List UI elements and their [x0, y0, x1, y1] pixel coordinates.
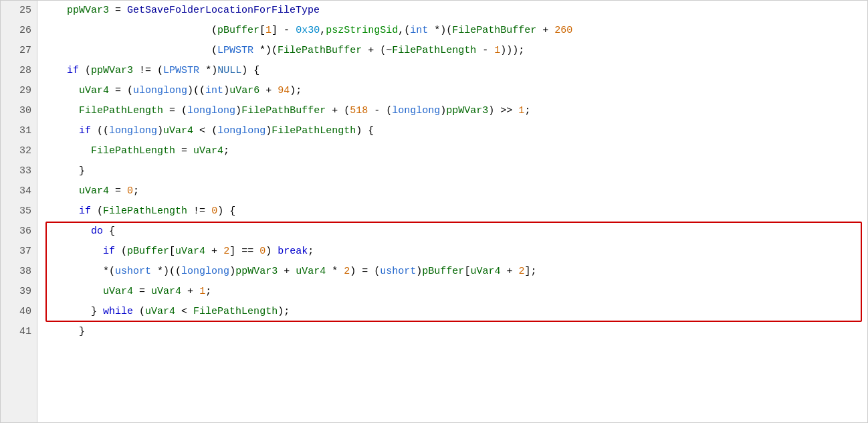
code-line-28: if (ppWVar3 != (LPWSTR *)NULL) { [43, 61, 867, 81]
code-line-26: (pBuffer[1] - 0x30,pszStringSid,(int *)(… [43, 21, 867, 41]
code-line-37: if (pBuffer[uVar4 + 2] == 0) break; [43, 242, 867, 262]
code-line-25: ppWVar3 = GetSaveFolderLocationForFileTy… [43, 1, 867, 21]
code-line-40: } while (uVar4 < FilePathLength); [43, 302, 867, 322]
code-line-36: do { [43, 222, 867, 242]
ln-26: 26 [6, 21, 31, 41]
code-viewer: 25 26 27 28 29 30 31 32 33 34 35 36 37 3… [0, 0, 868, 423]
ln-40: 40 [6, 302, 31, 322]
code-line-39: uVar4 = uVar4 + 1; [43, 282, 867, 302]
line-numbers: 25 26 27 28 29 30 31 32 33 34 35 36 37 3… [1, 1, 37, 422]
ln-25: 25 [6, 1, 31, 21]
code-area: ppWVar3 = GetSaveFolderLocationForFileTy… [37, 1, 867, 422]
ln-35: 35 [6, 201, 31, 222]
code-line-32: FilePathLength = uVar4; [43, 141, 867, 161]
code-line-33: } [43, 161, 867, 181]
code-line-27: (LPWSTR *)(FilePathBuffer + (~FilePathLe… [43, 41, 867, 61]
code-line-38: *(ushort *)((longlong)ppWVar3 + uVar4 * … [43, 262, 867, 282]
ln-30: 30 [6, 101, 31, 121]
ln-32: 32 [6, 141, 31, 161]
ln-41: 41 [6, 322, 31, 342]
code-line-35: if (FilePathLength != 0) { [43, 201, 867, 222]
code-line-34: uVar4 = 0; [43, 181, 867, 201]
ln-36: 36 [6, 222, 31, 242]
code-line-30: FilePathLength = (longlong)FilePathBuffe… [43, 101, 867, 121]
ln-34: 34 [6, 181, 31, 201]
code-line-29: uVar4 = (ulonglong)((int)uVar6 + 94); [43, 81, 867, 101]
ln-31: 31 [6, 121, 31, 141]
ln-27: 27 [6, 41, 31, 61]
ln-38: 38 [6, 262, 31, 282]
ln-37: 37 [6, 242, 31, 262]
code-lines-wrapper: ppWVar3 = GetSaveFolderLocationForFileTy… [43, 1, 867, 342]
code-line-41: } [43, 322, 867, 342]
ln-33: 33 [6, 161, 31, 181]
code-line-31: if ((longlong)uVar4 < (longlong)FilePath… [43, 121, 867, 141]
ln-29: 29 [6, 81, 31, 101]
ln-28: 28 [6, 61, 31, 81]
ln-39: 39 [6, 282, 31, 302]
